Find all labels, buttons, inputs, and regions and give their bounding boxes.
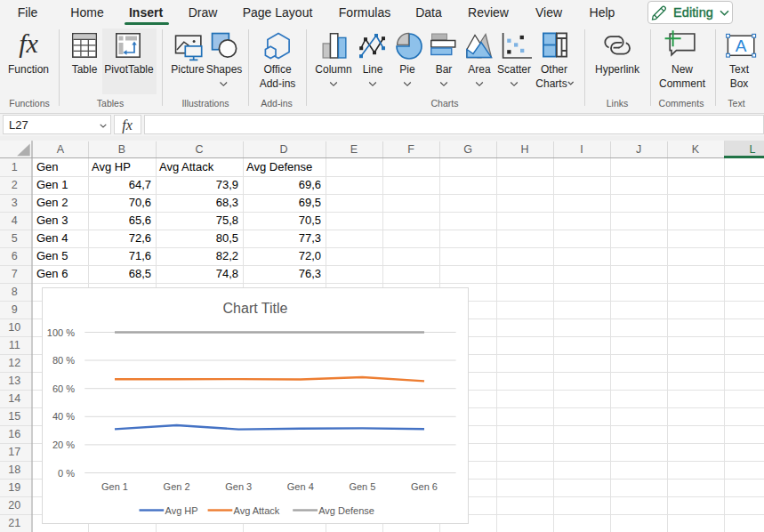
- svg-text:Avg HP: Avg HP: [165, 505, 198, 516]
- svg-text:Gen 6: Gen 6: [411, 481, 438, 492]
- svg-text:A: A: [736, 36, 747, 55]
- svg-text:20 %: 20 %: [52, 439, 75, 450]
- svg-text:0 %: 0 %: [58, 468, 75, 479]
- svg-text:Gen 2: Gen 2: [164, 481, 190, 492]
- svg-text:Gen 5: Gen 5: [349, 481, 375, 492]
- svg-text:Chart Title: Chart Title: [223, 301, 288, 316]
- svg-text:Gen 3: Gen 3: [225, 481, 252, 492]
- svg-text:80 %: 80 %: [52, 355, 75, 366]
- svg-text:60 %: 60 %: [52, 383, 75, 394]
- svg-text:Gen 1: Gen 1: [101, 481, 128, 492]
- svg-text:Avg Attack: Avg Attack: [234, 505, 280, 516]
- svg-text:Avg Defense: Avg Defense: [318, 505, 374, 516]
- svg-text:40 %: 40 %: [52, 411, 75, 422]
- svg-text:100 %: 100 %: [47, 327, 75, 338]
- svg-text:fx: fx: [122, 117, 133, 133]
- svg-text:fx: fx: [19, 28, 38, 58]
- svg-text:Gen 4: Gen 4: [287, 481, 314, 492]
